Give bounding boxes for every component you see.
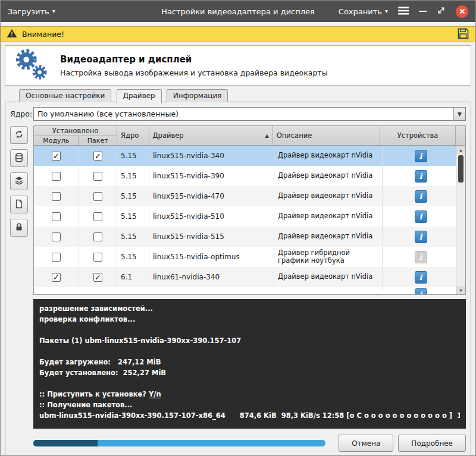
cancel-button[interactable]: Отмена	[339, 435, 393, 452]
table-row[interactable]: 5.15linux515-nvidia-515Драйвер видеокарт…	[34, 227, 459, 247]
kernel-cell: 5.15	[117, 206, 149, 227]
module-checkbox[interactable]	[52, 212, 61, 221]
column-header-package[interactable]: Пакет	[79, 136, 117, 145]
close-button[interactable]	[456, 5, 468, 18]
lock-button[interactable]	[10, 219, 28, 237]
terminal-line: :: Приступить к установке? Y/n	[39, 389, 460, 400]
chevron-down-icon: ▾	[52, 8, 55, 14]
device-info-button[interactable]: i	[415, 170, 427, 183]
device-info-button[interactable]: i	[415, 288, 427, 294]
kernel-combobox[interactable]: По умолчанию (все установленные) ▼	[33, 107, 466, 121]
description-cell: Драйвер гибридной графики ноутбука	[274, 247, 383, 267]
repository-button[interactable]	[10, 149, 28, 167]
package-checkbox[interactable]	[93, 152, 102, 161]
warning-label: Внимание!	[22, 30, 457, 39]
warning-banner: Внимание!	[1, 26, 475, 42]
vertical-scrollbar[interactable]: ▲ ▼	[456, 146, 465, 294]
column-header-installed[interactable]: Установлено Модуль Пакет	[34, 126, 117, 145]
footer-bar: Отмена Подробнее	[33, 435, 466, 452]
table-row[interactable]: 5.15linux515-nvidia-optimusДрайвер гибри…	[34, 247, 459, 267]
load-menu-button[interactable]: Загрузить ▾	[8, 7, 55, 16]
refresh-button[interactable]	[10, 126, 28, 144]
table-row[interactable]: 5.15linux515-nvidia-390Драйвер видеокарт…	[34, 166, 459, 186]
column-header-driver[interactable]: Драйвер ▲	[149, 126, 273, 145]
column-header-devices[interactable]: Устройства	[380, 126, 456, 145]
hamburger-menu-button[interactable]	[398, 7, 409, 17]
maximize-button[interactable]	[437, 6, 446, 17]
driver-cell: linux515-nvidia-optimus	[149, 247, 274, 267]
chevron-down-icon: ▾	[385, 8, 388, 14]
details-button[interactable]: Подробнее	[398, 435, 466, 452]
scrollbar-thumb[interactable]	[458, 155, 464, 183]
description-cell	[274, 287, 383, 290]
kernel-cell: 5.15	[117, 227, 149, 247]
table-row[interactable]: 5.15linux515-nvidia-470Драйвер видеокарт…	[34, 186, 459, 206]
expand-icon	[437, 6, 446, 17]
module-checkbox[interactable]	[52, 172, 61, 181]
device-info-button[interactable]: i	[415, 231, 427, 243]
scroll-up-button[interactable]: ▲	[456, 146, 465, 154]
page-subtitle: Настройка вывода изображения и установка…	[60, 68, 328, 77]
driver-cell: linux61-nvidia-340	[149, 267, 274, 287]
terminal-line	[39, 378, 460, 389]
terminal-line: ubm-linux515-nvidia-390xx-390.157-107-x8…	[39, 410, 460, 421]
database-icon	[14, 153, 24, 164]
driver-table-header: Установлено Модуль Пакет Ядро Драйвер ▲ …	[34, 126, 465, 146]
app-window: Настройки видеоадаптера и дисплея Загруз…	[0, 0, 476, 456]
table-row[interactable]: 5.15linux515-nvidia-510Драйвер видеокарт…	[34, 206, 459, 227]
packages-button[interactable]	[10, 172, 28, 190]
package-checkbox[interactable]	[93, 212, 102, 221]
kernel-selector-row: Ядро: По умолчанию (все установленные) ▼	[10, 107, 466, 121]
terminal-output: разрешение зависимостей...проверка конфл…	[33, 299, 466, 429]
save-menu-button[interactable]: Сохранить ▾	[339, 7, 388, 16]
module-checkbox[interactable]	[52, 253, 61, 262]
module-checkbox[interactable]	[52, 152, 61, 161]
minimize-icon	[419, 11, 427, 12]
tab-information[interactable]: Информация	[167, 89, 228, 102]
kernel-combobox-value: По умолчанию (все установленные)	[34, 109, 453, 118]
column-header-kernel[interactable]: Ядро	[117, 126, 149, 145]
log-button[interactable]	[10, 196, 28, 213]
document-icon	[14, 199, 24, 210]
description-cell: Драйвер видеокарт nVidia	[274, 267, 383, 287]
table-row[interactable]: 6.1linux61-nvidia-340Драйвер видеокарт n…	[34, 267, 459, 287]
progress-fill	[33, 440, 98, 446]
device-info-button[interactable]: i	[415, 210, 427, 223]
floppy-disk-icon	[457, 27, 469, 42]
device-info-button[interactable]: i	[415, 150, 427, 162]
package-checkbox[interactable]	[93, 232, 102, 241]
driver-table: Установлено Модуль Пакет Ядро Драйвер ▲ …	[33, 125, 466, 295]
driver-cell: linux515-nvidia-515	[149, 227, 274, 247]
module-checkbox[interactable]	[52, 192, 61, 201]
kernel-cell	[117, 287, 149, 288]
hamburger-icon	[398, 7, 409, 17]
package-checkbox[interactable]	[93, 192, 102, 201]
lock-icon	[14, 222, 24, 234]
package-checkbox[interactable]	[93, 172, 102, 181]
device-info-button[interactable]: i	[415, 271, 427, 284]
description-cell: Драйвер видеокарт nVidia	[274, 186, 383, 206]
package-checkbox[interactable]	[93, 273, 102, 282]
module-checkbox[interactable]	[52, 273, 61, 282]
column-header-description[interactable]: Описание	[273, 126, 380, 145]
scroll-down-button[interactable]: ▼	[456, 286, 465, 294]
module-checkbox[interactable]	[52, 232, 61, 241]
device-info-button[interactable]: i	[415, 190, 427, 203]
package-checkbox[interactable]	[93, 253, 102, 262]
save-settings-button[interactable]	[457, 27, 469, 42]
kernel-cell: 5.15	[117, 146, 149, 166]
tab-driver[interactable]: Драйвер	[117, 89, 162, 103]
table-row[interactable]: i	[34, 287, 459, 294]
terminal-line: :: Получение пакетов...	[39, 400, 460, 410]
minimize-button[interactable]	[419, 11, 427, 12]
driver-cell: linux515-nvidia-340	[149, 146, 274, 166]
dropdown-arrow-icon[interactable]: ▼	[453, 108, 465, 120]
column-header-module[interactable]: Модуль	[34, 136, 79, 145]
kernel-label: Ядро:	[10, 109, 33, 118]
terminal-line: разрешение зависимостей...	[39, 303, 460, 314]
description-cell: Драйвер видеокарт nVidia	[274, 146, 383, 166]
device-info-button[interactable]: i	[415, 251, 427, 263]
table-row[interactable]: 5.15linux515-nvidia-340Драйвер видеокарт…	[34, 146, 459, 166]
tab-main-settings[interactable]: Основные настройки	[19, 89, 111, 102]
terminal-line	[39, 346, 460, 357]
